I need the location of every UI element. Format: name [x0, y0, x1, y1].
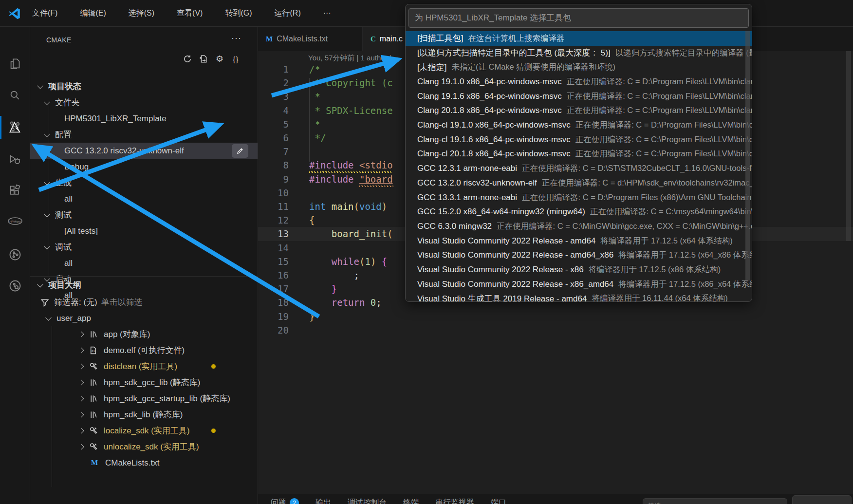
chevron-right-icon: [78, 428, 84, 434]
outline-item-app[interactable]: app (对象库): [30, 326, 258, 342]
panel-tab-debug-console[interactable]: 调试控制台: [348, 498, 387, 504]
outline-item-hpm-sdk-gcc-lib[interactable]: hpm_sdk_gcc_lib (静态库): [30, 374, 258, 391]
outline-item-user-app[interactable]: user_app: [30, 310, 258, 326]
extensions-icon[interactable]: [0, 179, 30, 202]
chevron-right-icon: [78, 331, 84, 337]
editor-scrollbar[interactable]: [846, 51, 851, 241]
sidebar-more-icon[interactable]: ···: [231, 33, 241, 43]
chevron-down-icon: [44, 243, 50, 250]
tree-item-build-target[interactable]: all: [30, 191, 258, 207]
tree-item-build[interactable]: 生成: [30, 175, 258, 191]
panel-tab-serial-monitor[interactable]: 串行监视器: [435, 498, 474, 504]
panel-toolbar-control[interactable]: [792, 495, 852, 504]
panel-tab-terminal[interactable]: 终端: [403, 498, 419, 504]
chevron-down-icon: [44, 179, 50, 186]
panel-tab-ports[interactable]: 端口: [491, 498, 506, 504]
chevron-right-icon: [78, 395, 84, 402]
outline-item-distclean[interactable]: distclean (实用工具): [30, 358, 258, 374]
sidebar-title: CMAKE: [46, 36, 72, 44]
kit-option[interactable]: Clang-cl 19.1.6 x86_64-pc-windows-msvc正在…: [406, 132, 752, 147]
kit-option[interactable]: Clang 20.1.8 x86_64-pc-windows-msvc正在使用编…: [406, 104, 752, 118]
kit-option[interactable]: Clang 19.1.6 x86_64-pc-windows-msvc正在使用编…: [406, 89, 752, 104]
kit-option[interactable]: Visual Studio Community 2022 Release - a…: [406, 248, 752, 263]
run-debug-icon[interactable]: [0, 148, 30, 171]
scan-kits-icon[interactable]: [199, 54, 208, 64]
menu-view[interactable]: 查看(V): [173, 6, 206, 20]
tree-item-variant[interactable]: Debug: [30, 159, 258, 175]
outline-item-hpm-sdk-gcc-startup-lib[interactable]: hpm_sdk_gcc_startup_lib (静态库): [30, 391, 258, 407]
bottom-panel: 问题 2 输出 调试控制台 终端 串行监视器 端口: [258, 494, 853, 504]
tree-item-configure[interactable]: 配置: [30, 127, 258, 143]
section-divider: [30, 276, 258, 277]
project-graph-icon[interactable]: [0, 243, 30, 266]
chevron-right-icon: [78, 363, 84, 370]
code-line[interactable]: 20: [258, 323, 853, 337]
kit-option[interactable]: GCC 12.3.1 arm-none-eabi正在使用编译器: C = D:\…: [406, 161, 752, 176]
cmake-file-icon: M: [90, 458, 99, 468]
outline-item-localize-sdk[interactable]: localize_sdk (实用工具): [30, 423, 258, 439]
outline-item-unlocalize-sdk[interactable]: unlocalize_sdk (实用工具): [30, 439, 258, 455]
menu-bar: 文件(F) 编辑(E) 选择(S) 查看(V) 转到(G) 运行(R) ···: [28, 0, 335, 26]
target-dot-badge: [211, 364, 216, 369]
menu-file[interactable]: 文件(F): [28, 6, 61, 20]
code-search-icon[interactable]: [0, 274, 30, 298]
tab-cmakelists[interactable]: M CMakeLists.txt: [258, 27, 363, 51]
library-icon: [88, 394, 98, 404]
kit-option[interactable]: Visual Studio Community 2022 Release - a…: [406, 234, 752, 248]
search-icon[interactable]: [0, 83, 30, 107]
outline-item-cmakelists[interactable]: M CMakeLists.txt: [30, 455, 258, 471]
problems-filter-input[interactable]: [643, 498, 787, 504]
sidebar-header: CMAKE ···: [30, 32, 258, 49]
quickpick-scrollbar[interactable]: [745, 31, 750, 280]
hpmicro-icon[interactable]: HPMicro: [0, 210, 30, 233]
quickpick-input[interactable]: [408, 8, 749, 28]
cmake-icon[interactable]: [0, 116, 30, 139]
panel-tab-problems[interactable]: 问题 2: [271, 498, 299, 504]
chevron-down-icon: [37, 281, 43, 288]
kit-option[interactable]: Visual Studio 生成工具 2019 Release - amd64将…: [406, 292, 752, 302]
refresh-icon[interactable]: [183, 54, 192, 64]
outline-filter[interactable]: 筛选器: (无) 单击以筛选: [30, 294, 258, 310]
tree-item-all-tests[interactable]: [All tests]: [30, 223, 258, 239]
edit-kit-pencil-button[interactable]: [232, 144, 248, 158]
blame-annotation: You, 57分钟前 | 1 author |: [308, 54, 391, 63]
code-line[interactable]: 19}: [258, 310, 853, 323]
panel-tab-output[interactable]: 输出: [315, 498, 331, 504]
kit-option[interactable]: GCC 13.2.0 riscv32-unknown-elf正在使用编译器: C…: [406, 176, 752, 190]
kit-option[interactable]: GCC 15.2.0 x86_64-w64-mingw32 (mingw64)正…: [406, 205, 752, 219]
menu-goto[interactable]: 转到(G): [221, 6, 256, 20]
include-squiggle: [359, 186, 393, 187]
section-project-status[interactable]: 项目状态: [30, 78, 258, 94]
menu-selection[interactable]: 选择(S): [125, 6, 158, 20]
kit-option[interactable]: Visual Studio Community 2022 Release - x…: [406, 262, 752, 277]
gear-icon[interactable]: ⚙: [215, 54, 224, 64]
menu-edit[interactable]: 编辑(E): [76, 6, 110, 20]
tree-item-debug[interactable]: 调试: [30, 239, 258, 255]
kit-option[interactable]: Clang 19.1.0 x86_64-pc-windows-msvc正在使用编…: [406, 75, 752, 89]
tree-item-test[interactable]: 测试: [30, 207, 258, 223]
activity-bar: HPMicro: [0, 27, 30, 504]
chevron-down-icon: [37, 83, 43, 89]
kit-option-unspecified[interactable]: [未指定]未指定(让 CMake 猜测要使用的编译器和环境): [406, 60, 752, 75]
kit-option[interactable]: Clang-cl 19.1.0 x86_64-pc-windows-msvc正在…: [406, 118, 752, 132]
kit-option[interactable]: Visual Studio Community 2022 Release - x…: [406, 277, 752, 292]
tree-item-project-folder[interactable]: HPM5301_LibXR_Template: [30, 111, 258, 127]
outline-item-hpm-sdk-lib[interactable]: hpm_sdk_lib (静态库): [30, 407, 258, 423]
explorer-icon[interactable]: [0, 52, 30, 75]
svg-text:01: 01: [91, 350, 95, 353]
outline-item-demo-elf[interactable]: 01 demo.elf (可执行文件): [30, 342, 258, 358]
chevron-right-icon: [78, 379, 84, 386]
menu-run[interactable]: 运行(R): [271, 6, 305, 20]
section-project-outline[interactable]: 项目大纲: [30, 277, 258, 293]
kit-option[interactable]: GCC 13.3.1 arm-none-eabi正在使用编译器: C = D:\…: [406, 190, 752, 205]
chevron-right-icon: [78, 444, 84, 450]
kit-option-scan-recursive[interactable]: [以递归方式扫描特定目录中的工具包 (最大深度： 5)]以递归方式搜索特定目录中…: [406, 46, 752, 60]
tree-item-kit-selected[interactable]: GCC 13.2.0 riscv32-unknown-elf: [30, 143, 258, 159]
tree-item-folder[interactable]: 文件夹: [30, 94, 258, 111]
kit-option[interactable]: Clang-cl 20.1.8 x86_64-pc-windows-msvc正在…: [406, 147, 752, 162]
kit-option[interactable]: GCC 6.3.0 mingw32正在使用编译器: C = C:\MinGW\b…: [406, 219, 752, 234]
menu-more-icon[interactable]: ···: [319, 7, 335, 19]
braces-icon[interactable]: { }: [231, 54, 241, 64]
kit-option-scan[interactable]: [扫描工具包]在这台计算机上搜索编译器: [406, 31, 752, 46]
tree-item-debug-target[interactable]: all: [30, 255, 258, 271]
